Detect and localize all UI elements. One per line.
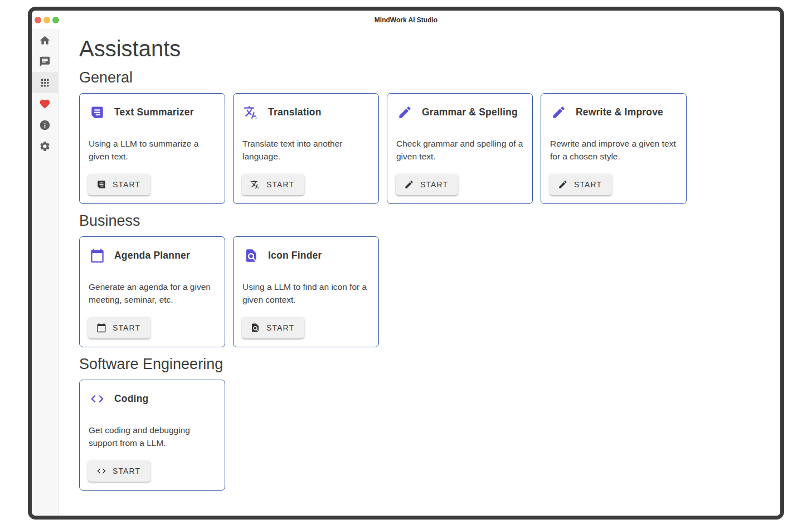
assistant-card-coding: Coding Get coding and debugging support … [79, 380, 225, 491]
sidebar-item-about[interactable] [32, 114, 58, 135]
section-heading-general: General [79, 69, 780, 86]
cards-row-software-engineering: Coding Get coding and debugging support … [79, 380, 780, 491]
code-icon [90, 391, 105, 406]
card-description: Using a LLM to summarize a given text. [89, 138, 216, 163]
pencil-icon [558, 179, 568, 190]
start-button[interactable]: START [88, 460, 150, 482]
pencil-icon [551, 105, 566, 120]
card-description: Generate an agenda for a given meeting, … [89, 281, 216, 306]
chat-icon [39, 56, 51, 67]
card-title: Agenda Planner [114, 250, 190, 261]
cards-row-general: Text Summarizer Using a LLM to summarize… [79, 93, 780, 204]
assistant-card-icon-finder: Icon Finder Using a LLM to find an icon … [233, 236, 379, 347]
assistant-card-text-summarizer: Text Summarizer Using a LLM to summarize… [79, 93, 225, 204]
pencil-icon [404, 179, 414, 190]
start-button-label: START [113, 467, 140, 475]
start-button[interactable]: START [550, 174, 612, 195]
assistant-card-rewrite-improve: Rewrite & Improve Rewrite and improve a … [541, 93, 687, 204]
page-title: Assistants [79, 35, 780, 62]
start-button-label: START [113, 180, 140, 189]
start-button-label: START [574, 180, 602, 189]
card-title: Text Summarizer [114, 106, 194, 118]
title-bar: MindWork AI Studio [32, 11, 780, 29]
card-description: Rewrite and improve a given text for a c… [550, 138, 677, 163]
start-button[interactable]: START [88, 317, 150, 338]
translate-icon [244, 105, 259, 120]
card-title: Grammar & Spelling [422, 106, 518, 118]
start-button[interactable]: START [242, 174, 304, 195]
info-icon [39, 119, 51, 131]
start-button[interactable]: START [88, 174, 150, 195]
window-title: MindWork AI Studio [32, 16, 780, 24]
summarize-icon [96, 179, 106, 190]
card-title: Rewrite & Improve [576, 106, 663, 118]
section-heading-software-engineering: Software Engineering [79, 356, 780, 372]
sidebar-item-settings[interactable] [32, 135, 58, 157]
icon-search-icon [250, 323, 260, 333]
code-icon [96, 466, 106, 476]
summarize-icon [90, 105, 105, 120]
main-content: Assistants General Text Summarizer Using… [59, 29, 780, 516]
pencil-icon [397, 105, 412, 120]
start-button[interactable]: START [396, 174, 458, 195]
start-button-label: START [266, 180, 294, 189]
section-heading-business: Business [79, 212, 780, 229]
card-header: Rewrite & Improve [550, 102, 678, 120]
assistant-card-grammar-spelling: Grammar & Spelling Check grammar and spe… [387, 93, 533, 204]
sidebar-item-chat[interactable] [32, 51, 58, 72]
calendar-icon [90, 248, 105, 263]
card-header: Icon Finder [242, 245, 370, 263]
card-header: Grammar & Spelling [396, 102, 524, 120]
app-window: MindWork AI Studio Assistants General Te… [28, 7, 784, 520]
card-header: Text Summarizer [88, 102, 216, 120]
sidebar-item-assistants[interactable] [32, 72, 58, 93]
gear-icon [39, 140, 51, 152]
start-button-label: START [420, 180, 448, 189]
card-title: Translation [268, 106, 322, 118]
card-description: Using a LLM to find an icon for a given … [242, 281, 369, 306]
sidebar-item-home[interactable] [32, 30, 58, 51]
card-header: Coding [88, 389, 216, 406]
app-body: Assistants General Text Summarizer Using… [32, 29, 780, 516]
translate-icon [250, 179, 260, 190]
start-button-label: START [266, 323, 294, 332]
home-icon [39, 35, 51, 46]
card-header: Agenda Planner [88, 245, 216, 263]
calendar-icon [96, 323, 106, 333]
icon-search-icon [244, 248, 259, 263]
start-button[interactable]: START [242, 317, 304, 338]
card-description: Check grammar and spelling of a given te… [396, 138, 523, 163]
card-description: Translate text into another language. [242, 138, 369, 163]
card-description: Get coding and debugging support from a … [89, 424, 216, 449]
card-title: Coding [114, 393, 148, 405]
assistant-card-translation: Translation Translate text into another … [233, 93, 379, 204]
apps-grid-icon [39, 77, 51, 89]
heart-icon [39, 98, 51, 110]
start-button-label: START [113, 323, 140, 332]
sidebar [32, 29, 59, 516]
card-title: Icon Finder [268, 250, 322, 261]
sidebar-item-supporters[interactable] [32, 93, 58, 114]
cards-row-business: Agenda Planner Generate an agenda for a … [79, 236, 780, 347]
card-header: Translation [242, 102, 370, 120]
assistant-card-agenda-planner: Agenda Planner Generate an agenda for a … [79, 236, 225, 347]
